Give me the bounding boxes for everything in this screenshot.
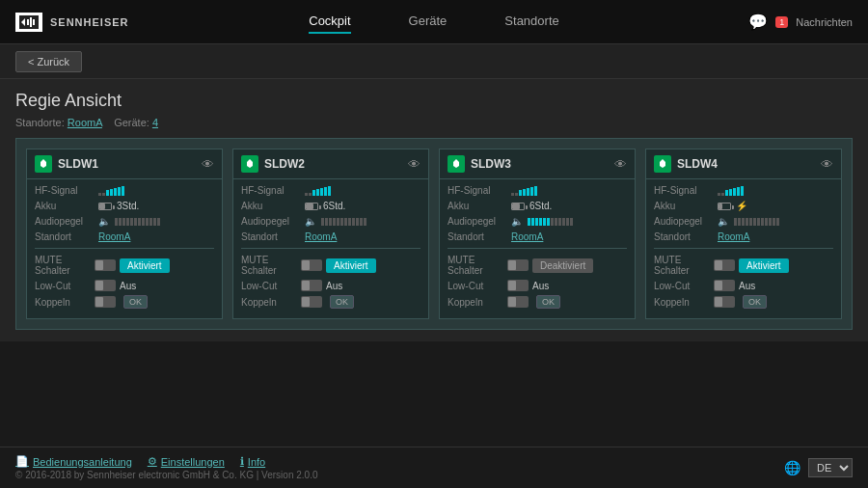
audio-label: Audiopegel: [241, 216, 301, 227]
footer-right: 🌐 DE EN: [784, 458, 853, 477]
lowcut-toggle[interactable]: [714, 280, 735, 291]
footer-links: 📄 Bedienungsanleitung ⚙ Einstellungen ℹ …: [15, 455, 317, 468]
signal-bars: [718, 186, 744, 196]
standort-row: Standort RoomA: [35, 231, 214, 242]
mute-deactivated-btn[interactable]: Deaktiviert: [532, 258, 593, 273]
card-body: HF-Signal Akku 6Std. Audiopegel 🔈 Stando…: [233, 179, 428, 318]
mute-ctrl-label: MUTE Schalter: [654, 255, 714, 276]
nav-geraete[interactable]: Geräte: [409, 10, 448, 34]
cards-container: SLDW1 👁 HF-Signal Akku 3Std. Audiopegel …: [15, 138, 853, 330]
back-button[interactable]: < Zurück: [15, 51, 82, 72]
meter-seg: [539, 218, 542, 226]
card-header: SLDW1 👁: [27, 149, 222, 179]
koppeln-ok-btn[interactable]: OK: [536, 295, 560, 309]
nav-cockpit[interactable]: Cockpit: [309, 10, 350, 34]
lowcut-row: Low-Cut Aus: [241, 280, 420, 291]
mute-activated-btn[interactable]: Aktiviert: [120, 258, 170, 273]
meter-seg: [356, 218, 359, 226]
nav-standorte[interactable]: Standorte: [504, 10, 558, 34]
audio-row: Audiopegel 🔈: [654, 216, 833, 227]
standort-value: RoomA: [718, 231, 749, 242]
messages-badge: 1: [775, 16, 788, 28]
mute-toggle[interactable]: [95, 259, 116, 271]
meter-seg: [742, 218, 745, 226]
standort-row: Standort RoomA: [654, 231, 833, 242]
meter-seg: [570, 218, 573, 226]
meter-seg: [734, 218, 737, 226]
hf-row: HF-Signal: [448, 185, 627, 196]
koppeln-toggle[interactable]: [507, 296, 529, 308]
eye-icon[interactable]: 👁: [202, 157, 214, 172]
info-link[interactable]: ℹ Info: [240, 455, 265, 468]
battery-icon: [98, 203, 112, 210]
header-right: 💬 1 Nachrichten: [698, 13, 853, 31]
manual-label[interactable]: Bedienungsanleitung: [33, 456, 132, 468]
mute-ctrl-label: MUTE Schalter: [448, 255, 507, 276]
lowcut-row: Low-Cut Aus: [654, 280, 833, 291]
signal-bar: [737, 187, 740, 196]
mute-toggle[interactable]: [714, 259, 735, 271]
mute-row: MUTE Schalter Deaktiviert: [448, 255, 627, 276]
signal-bar: [741, 186, 744, 196]
akku-value: 6Std.: [511, 201, 552, 211]
koppeln-toggle[interactable]: [301, 296, 322, 308]
manual-link[interactable]: 📄 Bedienungsanleitung: [15, 455, 132, 468]
meter-seg: [325, 218, 328, 226]
toolbar: < Zurück: [0, 44, 868, 79]
lowcut-toggle[interactable]: [95, 280, 116, 291]
card-body: HF-Signal Akku 6Std. Audiopegel 🔈 Stando…: [440, 179, 635, 318]
meter-seg: [337, 218, 339, 226]
meter-seg: [333, 218, 336, 226]
info-label[interactable]: Info: [248, 456, 265, 468]
meter-seg: [555, 218, 557, 226]
eye-icon[interactable]: 👁: [408, 157, 420, 172]
mute-toggle[interactable]: [301, 259, 322, 271]
audio-value: 🔈: [98, 216, 160, 227]
card-body: HF-Signal Akku ⚡ Audiopegel 🔈 Standort R…: [646, 179, 841, 318]
breadcrumb-count-link[interactable]: 4: [152, 117, 158, 128]
messages-label[interactable]: Nachrichten: [796, 16, 853, 28]
breadcrumb-room-link[interactable]: RoomA: [68, 117, 102, 128]
messages-icon[interactable]: 💬: [748, 13, 768, 31]
main-nav: Cockpit Geräte Standorte: [170, 10, 698, 34]
meter-seg: [753, 218, 756, 226]
signal-bar: [729, 189, 732, 196]
audio-meter: [115, 218, 160, 226]
meter-seg: [122, 218, 125, 226]
koppeln-ok-btn[interactable]: OK: [123, 295, 148, 309]
mute-activated-btn[interactable]: Aktiviert: [739, 258, 789, 273]
lowcut-value: Aus: [120, 281, 136, 291]
koppeln-toggle[interactable]: [714, 296, 735, 308]
mute-toggle[interactable]: [507, 259, 529, 271]
audio-label: Audiopegel: [654, 216, 714, 227]
settings-label[interactable]: Einstellungen: [161, 456, 225, 468]
akku-value: 3Std.: [98, 201, 139, 211]
mute-activated-btn[interactable]: Aktiviert: [326, 258, 376, 273]
signal-bar: [110, 189, 113, 196]
audio-meter: [528, 218, 573, 226]
logo-text: SENNHEISER: [50, 16, 129, 28]
akku-value: ⚡: [718, 201, 747, 211]
language-select[interactable]: DE EN: [808, 458, 853, 477]
eye-icon[interactable]: 👁: [821, 157, 833, 172]
lowcut-toggle[interactable]: [301, 280, 322, 291]
koppeln-ok-btn[interactable]: OK: [330, 295, 354, 309]
meter-seg: [126, 218, 129, 226]
audio-meter: [321, 218, 366, 226]
svg-rect-3: [33, 19, 35, 25]
lowcut-toggle[interactable]: [507, 280, 529, 291]
koppeln-toggle[interactable]: [95, 296, 116, 308]
signal-bar: [527, 188, 529, 196]
meter-seg: [134, 218, 137, 226]
settings-link[interactable]: ⚙ Einstellungen: [148, 455, 225, 468]
meter-seg: [142, 218, 145, 226]
hf-value: [718, 186, 744, 196]
battery-value: 3Std.: [117, 201, 139, 211]
eye-icon[interactable]: 👁: [614, 157, 627, 172]
standort-row: Standort RoomA: [241, 231, 420, 242]
koppeln-ok-btn[interactable]: OK: [743, 295, 767, 309]
card-header: SLDW2 👁: [233, 149, 428, 179]
mute-ctrl-label: MUTE Schalter: [241, 255, 301, 276]
audio-row: Audiopegel 🔈: [448, 216, 627, 227]
card-header: SLDW4 👁: [646, 149, 841, 179]
